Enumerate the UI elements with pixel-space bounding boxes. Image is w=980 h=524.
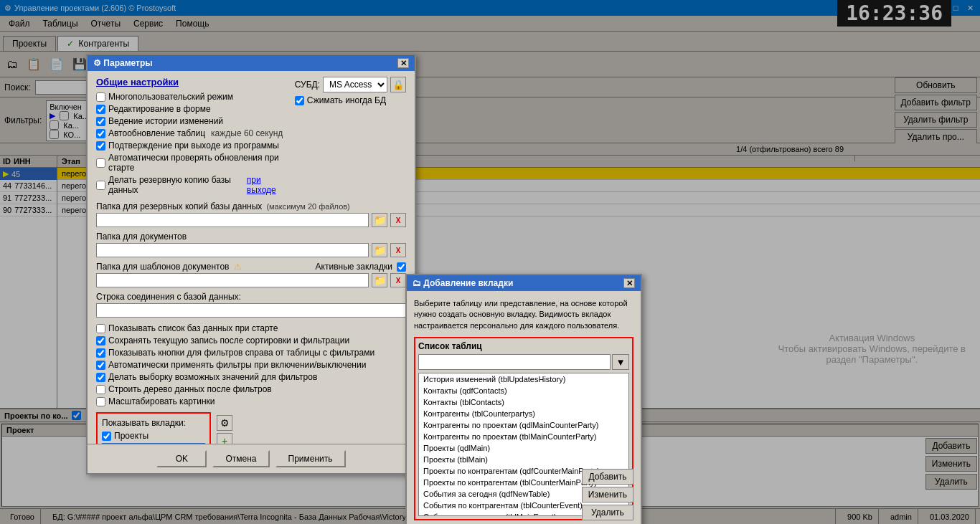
backup-path-input[interactable]: C:\Backups\ <box>96 213 369 227</box>
add-tab-change-button[interactable]: Изменить <box>582 487 633 502</box>
tab-add-button[interactable]: + <box>217 433 232 444</box>
cb-show-filter-btns-input[interactable] <box>96 348 105 358</box>
cb-select-values: Делать выборку возможных значений для фи… <box>96 372 406 382</box>
cb-build-tree-label: Строить дерево данных после фильтров <box>108 384 272 394</box>
cb-show-list-input[interactable] <box>96 324 105 333</box>
cb-select-values-input[interactable] <box>96 373 105 382</box>
dbms-select[interactable]: MS Access <box>323 77 387 92</box>
list-item-5[interactable]: Контрагенты по проектам (tblMainCounterP… <box>419 431 628 442</box>
cb-backup-input[interactable] <box>96 181 105 190</box>
tab-kontr-check-row[interactable]: Контрагенты <box>102 443 205 444</box>
docs-browse-button[interactable]: 📁 <box>372 243 387 257</box>
general-section-title: Общие настройки <box>96 77 286 87</box>
dbms-lock-button[interactable]: 🔒 <box>390 77 406 92</box>
add-tab-add-button[interactable]: Добавить <box>582 469 633 485</box>
docs-clear-button[interactable]: X <box>390 243 406 257</box>
list-item-6[interactable]: Проекты (qdlMain) <box>419 442 628 454</box>
tab-settings-button[interactable]: ⚙ <box>217 415 232 431</box>
templates-folder-label: Папка для шаблонов документов <box>96 262 230 272</box>
cb-history: Ведение истории изменений <box>96 116 286 126</box>
backup-folder-label: Папка для резервных копий базы данных <box>96 201 262 211</box>
cb-build-tree: Строить дерево данных после фильтров <box>96 384 406 394</box>
cb-compress-input[interactable] <box>295 96 304 105</box>
settings-buttons: OK Отмена Применить <box>88 444 415 473</box>
list-search-row: ▼ <box>418 354 629 370</box>
cb-history-label: Ведение истории изменений <box>108 116 223 126</box>
cb-edit-form-input[interactable] <box>96 105 105 114</box>
templates-clear-button[interactable]: X <box>390 273 406 287</box>
settings-title: ⚙ Параметры ✕ <box>88 55 415 71</box>
add-tab-description: Выберите таблицу или представление, на о… <box>414 298 633 331</box>
add-tab-title-text: Добавление вкладки <box>423 278 513 288</box>
cb-check-updates-label: Автоматически проверять обновления при с… <box>108 153 286 173</box>
settings-close-button[interactable]: ✕ <box>397 58 409 68</box>
cb-scale-images: Масштабировать картинки <box>96 396 406 406</box>
connection-label: Строка соединения с базой данных: <box>96 292 241 302</box>
add-tab-icon: 🗂 <box>413 278 423 288</box>
add-tab-dialog: 🗂 Добавление вкладки ✕ Выберите таблицу … <box>405 274 642 524</box>
connection-string-input[interactable]: Provider=MicrosoftJet.OLEDB.4.0;Data Sou… <box>96 303 406 318</box>
list-item-1[interactable]: Контакты (qdfContacts) <box>419 385 628 396</box>
backup-browse-button[interactable]: 📁 <box>372 213 387 227</box>
cb-multiuser: Многопользовательский режим <box>96 92 286 102</box>
cb-history-input[interactable] <box>96 117 105 126</box>
cb-scale-images-label: Масштабировать картинки <box>108 396 215 406</box>
cb-compress-label: Сжимать иногда БД <box>307 95 386 105</box>
docs-path-input[interactable]: C:\Documents\ <box>96 243 369 257</box>
cb-confirm-exit-input[interactable] <box>96 141 105 151</box>
tabs-section-label: Показывать вкладки: <box>102 418 205 428</box>
list-item-7[interactable]: Проекты (tblMain) <box>419 454 628 465</box>
show-tabs-section: Показывать вкладки: Проекты Контрагенты <box>96 412 211 444</box>
list-item-4[interactable]: Контрагенты по проектам (qdlMainCounterP… <box>419 419 628 431</box>
cb-backup-link[interactable]: при выходе <box>247 175 286 195</box>
cb-confirm-exit-label: Подтверждение при выходе из программы <box>108 140 279 151</box>
dbms-label: СУБД: <box>295 80 320 90</box>
cb-backup: Делать резервную копию базы данных при в… <box>96 175 286 195</box>
settings-ok-button[interactable]: OK <box>156 450 207 467</box>
settings-dialog: ⚙ Параметры ✕ Общие настройки Многопольз… <box>86 54 416 475</box>
templates-browse-button[interactable]: 📁 <box>372 273 387 287</box>
templates-path-input[interactable]: C:\Templates\ <box>96 273 369 287</box>
list-item-3[interactable]: Контрагенты (tblCounterpartys) <box>419 408 628 419</box>
settings-apply-button[interactable]: Применить <box>275 450 346 467</box>
add-tab-close-button[interactable]: ✕ <box>623 278 635 288</box>
cb-autoupdate-label: Автообновление таблиц <box>108 128 205 138</box>
cb-auto-filter-input[interactable] <box>96 361 105 370</box>
cb-scale-images-input[interactable] <box>96 397 105 406</box>
cb-save-record: Сохранять текущую запись после сортировк… <box>96 335 406 346</box>
cb-autoupdate-input[interactable] <box>96 129 105 138</box>
list-item-2[interactable]: Контакты (tblContacts) <box>419 396 628 408</box>
cb-save-record-input[interactable] <box>96 336 105 346</box>
tab-projects-check-input[interactable] <box>102 432 111 441</box>
cb-select-values-label: Делать выборку возможных значений для фи… <box>108 372 317 382</box>
backup-max-label: (максимум 20 файлов) <box>266 202 349 211</box>
tab-projects-check-row: Проекты <box>102 431 205 441</box>
cb-compress: Сжимать иногда БД <box>295 95 406 105</box>
settings-cancel-button[interactable]: Отмена <box>212 450 269 467</box>
cb-auto-filter: Автоматически применять фильтры при вклю… <box>96 360 406 370</box>
cb-show-list: Показывать список баз данных при старте <box>96 323 406 333</box>
cb-save-record-label: Сохранять текущую запись после сортировк… <box>108 335 349 346</box>
cb-multiuser-input[interactable] <box>96 92 105 102</box>
cb-edit-form: Редактирование в форме <box>96 104 286 114</box>
cb-confirm-exit: Подтверждение при выходе из программы <box>96 140 286 151</box>
cb-auto-filter-label: Автоматически применять фильтры при вклю… <box>108 360 366 370</box>
cb-build-tree-input[interactable] <box>96 385 105 394</box>
list-search-input[interactable] <box>418 354 611 370</box>
templates-path-row: C:\Templates\ 📁 X <box>96 273 406 287</box>
list-search-dropdown[interactable]: ▼ <box>612 354 629 370</box>
cb-autoupdate-extra: каждые 60 секунд <box>211 128 283 138</box>
bookmarks-label: Активные закладки <box>316 262 392 272</box>
cb-autoupdate: Автообновление таблиц каждые 60 секунд <box>96 128 286 138</box>
cb-check-updates-input[interactable] <box>96 158 105 168</box>
list-item-0[interactable]: История изменений (tblUpdatesHistory) <box>419 373 628 385</box>
add-tab-delete-button[interactable]: Удалить <box>582 505 633 520</box>
bookmarks-check[interactable] <box>397 262 406 272</box>
cb-multiuser-label: Многопользовательский режим <box>108 92 233 102</box>
backup-path-row: C:\Backups\ 📁 X <box>96 213 406 227</box>
settings-icon: ⚙ <box>93 58 103 68</box>
docs-path-row: C:\Documents\ 📁 X <box>96 243 406 257</box>
cb-check-updates: Автоматически проверять обновления при с… <box>96 153 286 173</box>
backup-clear-button[interactable]: X <box>390 213 406 227</box>
list-label: Список таблиц <box>418 341 629 351</box>
